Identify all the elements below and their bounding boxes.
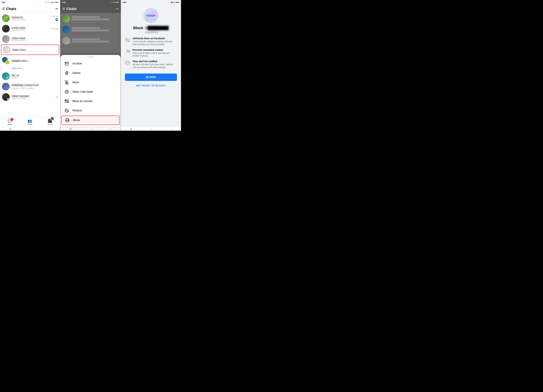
- page-title-2: Chats: [66, 7, 116, 11]
- avatar: [2, 25, 10, 33]
- mark-unread-label: Mark as unread: [72, 100, 92, 103]
- chat-info: Tamene W... message preview: [11, 16, 49, 21]
- home-btn-2[interactable]: ○: [90, 128, 92, 130]
- block-label: Block: [73, 119, 80, 122]
- block-feature-unfriend: Unfriends them on Facebook If you're fri…: [125, 37, 177, 46]
- open-chat-head-icon: [64, 90, 69, 94]
- avatar: [2, 93, 10, 101]
- feature-title-3: They won't be notified: [133, 60, 177, 63]
- preview-lines: [72, 16, 119, 21]
- time-1: 5:02: [2, 1, 5, 3]
- chat-time: 12:37 PM: [51, 16, 58, 17]
- svg-point-14: [127, 50, 128, 51]
- page-title-1: Chats: [6, 7, 56, 11]
- home-btn[interactable]: ○: [30, 128, 31, 130]
- chat-name: ชาด้วยไดนม Z-FOLD7 FLIP: [11, 84, 58, 87]
- nav-item-chats[interactable]: 💬 3 Chats: [7, 119, 12, 125]
- menu-item-restrict[interactable]: Restrict: [60, 106, 120, 115]
- mute-label: Mute: [72, 81, 79, 84]
- block-feature-no-contact: Prevents unwanted contact They won't be …: [125, 49, 177, 57]
- list-item[interactable]: Tamene W... message preview 12:37 PM 14m: [0, 13, 60, 23]
- panel-menu: 5:02 🔕 5G 100% ☰ Chats ✏: [60, 0, 120, 131]
- chat-name: contact name: [11, 37, 57, 39]
- block-title: Block S████████: [133, 26, 169, 30]
- list-item[interactable]: RUBBER Intern...: [0, 56, 60, 66]
- panel-block: 5:02 🔕 5G 100% Block S████████ ...nsunkl…: [121, 0, 181, 131]
- chat-meta: 12:37 PM 14m: [51, 16, 58, 21]
- home-btn-3[interactable]: ○: [151, 128, 152, 130]
- feature-title-2: Prevents unwanted contact: [133, 49, 177, 51]
- list-item[interactable]: ชาด้วยไดนม Z-FOLD7 FLIP Nattaporn: 3595 …: [0, 81, 60, 92]
- menu-item-archive[interactable]: Archive: [60, 59, 120, 68]
- list-item[interactable]: Kitt...rit preview: [0, 71, 60, 81]
- line1: [72, 38, 100, 40]
- chat-name: RUBBER Intern...: [11, 60, 58, 62]
- status-bar-3: 5:02 🔕 5G 100%: [121, 0, 181, 5]
- nav-label-chats: Chats: [7, 123, 12, 125]
- block-button[interactable]: BLOCK: [125, 73, 177, 81]
- system-bar-3: ||| ○ ‹: [121, 127, 181, 131]
- group-avatar: [2, 57, 10, 65]
- chat-time: Sat: [56, 96, 58, 98]
- chat-meta: 12:47 PM: [51, 28, 58, 30]
- recent-btn-3[interactable]: |||: [130, 128, 132, 130]
- menu-item-mute[interactable]: Mute: [60, 78, 120, 87]
- restrict-label: Restrict: [72, 109, 82, 112]
- menu-item-delete[interactable]: Delete: [60, 68, 120, 78]
- back-btn-2[interactable]: ‹: [110, 128, 111, 130]
- block-person-name: ...nsunklhow?: [143, 31, 158, 34]
- back-btn[interactable]: ‹: [50, 128, 51, 130]
- menu-icon-2[interactable]: ☰: [62, 7, 65, 11]
- feature-text-no-contact: Prevents unwanted contact They won't be …: [133, 49, 177, 57]
- chat-preview-blurred: [60, 13, 120, 46]
- edit-icon-1[interactable]: ✏: [56, 7, 58, 11]
- preview-item: [60, 35, 120, 46]
- chat-info: hidden name: [12, 49, 57, 51]
- edit-icon-2[interactable]: ✏: [116, 7, 119, 11]
- chat-time: 12:47 PM: [51, 28, 58, 30]
- archive-label: Archive: [72, 62, 82, 65]
- line2: [72, 19, 109, 20]
- mark-unread-icon: [64, 99, 69, 104]
- no-notify-icon: [125, 60, 130, 66]
- svg-line-11: [66, 109, 68, 112]
- chat-preview: preview: [11, 77, 57, 78]
- avatar-decoration: [146, 15, 156, 17]
- menu-item-mark-unread[interactable]: Mark as unread: [60, 96, 120, 106]
- chat-info: Kitt...rit preview: [11, 74, 57, 78]
- signal-3: 5G: [173, 2, 175, 3]
- list-item[interactable]: Kittitat Vanichpol preview message Sat: [0, 92, 60, 102]
- menu-item-open-chat-head[interactable]: Open chat head: [60, 87, 120, 96]
- chat-preview: message preview: [11, 39, 57, 41]
- recent-btn[interactable]: |||: [9, 128, 11, 130]
- chat-preview: preview message: [11, 97, 54, 99]
- preview-avatar: [62, 26, 70, 34]
- not-ready-button[interactable]: NOT READY TO BLOCK?: [125, 82, 177, 89]
- chat-info: ชาด้วยไดนม Z-FOLD7 FLIP Nattaporn: 3595 …: [11, 84, 58, 90]
- unread-badge: 14m: [55, 18, 58, 21]
- chat-list: Tamene W... message preview 12:37 PM 14m…: [0, 13, 60, 117]
- avatar: [2, 14, 10, 22]
- back-btn-3[interactable]: ‹: [171, 128, 172, 130]
- app-header-2: ☰ Chats ✏: [60, 5, 120, 13]
- avatar: [3, 46, 10, 54]
- nav-item-stories[interactable]: ⬛ Stories: [47, 119, 53, 125]
- view-more-button[interactable]: View more: [12, 67, 22, 69]
- nav-label-stories: Stories: [47, 123, 53, 125]
- list-item[interactable]: contact name message preview 12:47 PM: [0, 23, 60, 34]
- line1: [72, 16, 100, 18]
- menu-item-block[interactable]: Block: [61, 116, 119, 125]
- list-item[interactable]: contact name message preview: [0, 34, 60, 44]
- signal-icon: VoLTE: [50, 2, 54, 3]
- chat-name: Kittitat Vanichpol: [11, 95, 54, 97]
- line1: [72, 27, 100, 29]
- recent-btn-2[interactable]: |||: [70, 128, 72, 130]
- list-item-highlighted[interactable]: hidden name: [1, 45, 59, 55]
- menu-icon-1[interactable]: ☰: [2, 7, 5, 11]
- people-nav-icon: 👥: [28, 119, 32, 123]
- nav-item-people[interactable]: 👥 People: [27, 119, 32, 125]
- svg-rect-0: [65, 62, 68, 63]
- chat-name: Tamene W...: [11, 16, 49, 19]
- feature-title: Unfriends them on Facebook: [133, 37, 177, 40]
- block-dialog: Block S████████ ...nsunklhow? Unfriends …: [121, 5, 181, 127]
